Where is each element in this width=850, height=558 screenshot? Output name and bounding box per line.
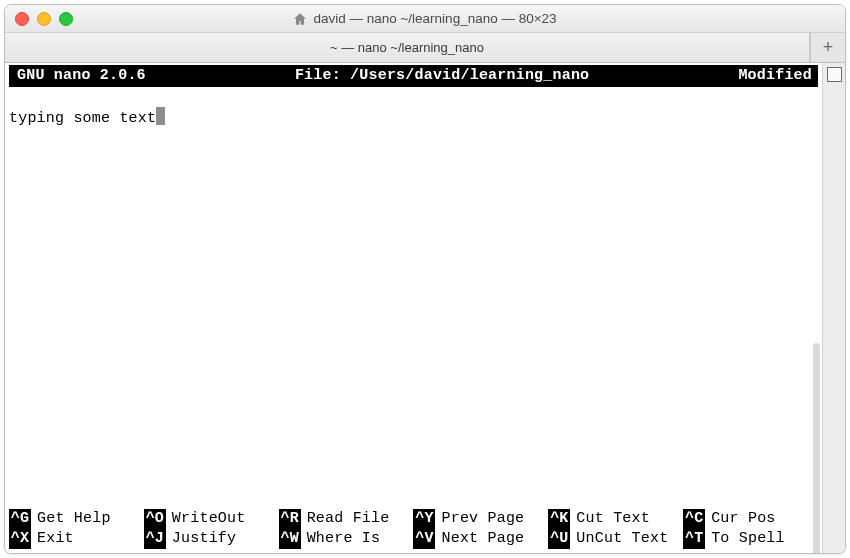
nano-file-label: File: /Users/david/learning_nano xyxy=(176,66,709,86)
tabbar: ~ — nano ~/learning_nano + xyxy=(5,33,845,63)
shortcut-label: Exit xyxy=(31,529,74,549)
shortcut-label: Read File xyxy=(301,509,390,529)
editor-text: typing some text xyxy=(9,110,156,127)
gutter-square-icon xyxy=(827,67,842,82)
new-tab-button[interactable]: + xyxy=(810,33,845,62)
shortcut-justify: ^J Justify xyxy=(144,529,279,549)
terminal-window: david — nano ~/learning_nano — 80×23 ~ —… xyxy=(4,4,846,554)
window-controls xyxy=(15,12,73,26)
minimize-icon[interactable] xyxy=(37,12,51,26)
titlebar: david — nano ~/learning_nano — 80×23 xyxy=(5,5,845,33)
nano-shortcuts: ^G Get Help ^O WriteOut ^R Read File ^Y … xyxy=(9,509,818,549)
nano-status: Modified xyxy=(708,66,812,86)
shortcut-label: UnCut Text xyxy=(570,529,668,549)
terminal-body: GNU nano 2.0.6 File: /Users/david/learni… xyxy=(5,63,845,553)
home-icon xyxy=(293,12,307,26)
shortcut-key: ^R xyxy=(279,509,301,529)
shortcut-key: ^W xyxy=(279,529,301,549)
editor-area[interactable]: typing some text xyxy=(9,87,818,509)
shortcut-exit: ^X Exit xyxy=(9,529,144,549)
shortcut-key: ^V xyxy=(413,529,435,549)
shortcut-key: ^K xyxy=(548,509,570,529)
shortcut-key: ^C xyxy=(683,509,705,529)
shortcut-label: Next Page xyxy=(435,529,524,549)
close-icon[interactable] xyxy=(15,12,29,26)
shortcut-cut-text: ^K Cut Text xyxy=(548,509,683,529)
cursor xyxy=(156,107,165,125)
zoom-icon[interactable] xyxy=(59,12,73,26)
shortcut-prev-page: ^Y Prev Page xyxy=(413,509,548,529)
shortcut-label: Where Is xyxy=(301,529,381,549)
plus-icon: + xyxy=(823,37,834,58)
shortcut-key: ^T xyxy=(683,529,705,549)
side-gutter xyxy=(822,63,845,553)
window-title-text: david — nano ~/learning_nano — 80×23 xyxy=(313,11,556,26)
shortcut-key: ^Y xyxy=(413,509,435,529)
shortcut-label: Cut Text xyxy=(570,509,650,529)
terminal-viewport[interactable]: GNU nano 2.0.6 File: /Users/david/learni… xyxy=(5,63,822,553)
shortcut-key: ^J xyxy=(144,529,166,549)
shortcut-key: ^X xyxy=(9,529,31,549)
window-title: david — nano ~/learning_nano — 80×23 xyxy=(5,11,845,26)
shortcut-label: Get Help xyxy=(31,509,111,529)
shortcut-label: Justify xyxy=(166,529,236,549)
shortcut-where-is: ^W Where Is xyxy=(279,529,414,549)
shortcut-cur-pos: ^C Cur Pos xyxy=(683,509,818,529)
shortcut-next-page: ^V Next Page xyxy=(413,529,548,549)
tab-current[interactable]: ~ — nano ~/learning_nano xyxy=(5,33,810,62)
shortcut-label: Prev Page xyxy=(435,509,524,529)
shortcut-key: ^G xyxy=(9,509,31,529)
shortcut-writeout: ^O WriteOut xyxy=(144,509,279,529)
shortcut-get-help: ^G Get Help xyxy=(9,509,144,529)
shortcut-label: To Spell xyxy=(705,529,785,549)
nano-version: GNU nano 2.0.6 xyxy=(17,66,176,86)
shortcut-key: ^O xyxy=(144,509,166,529)
shortcut-to-spell: ^T To Spell xyxy=(683,529,818,549)
shortcut-key: ^U xyxy=(548,529,570,549)
nano-header: GNU nano 2.0.6 File: /Users/david/learni… xyxy=(9,65,818,87)
shortcut-label: Cur Pos xyxy=(705,509,775,529)
scrollbar[interactable] xyxy=(813,343,820,554)
shortcut-read-file: ^R Read File xyxy=(279,509,414,529)
shortcut-label: WriteOut xyxy=(166,509,246,529)
shortcut-uncut-text: ^U UnCut Text xyxy=(548,529,683,549)
tab-label: ~ — nano ~/learning_nano xyxy=(330,40,484,55)
